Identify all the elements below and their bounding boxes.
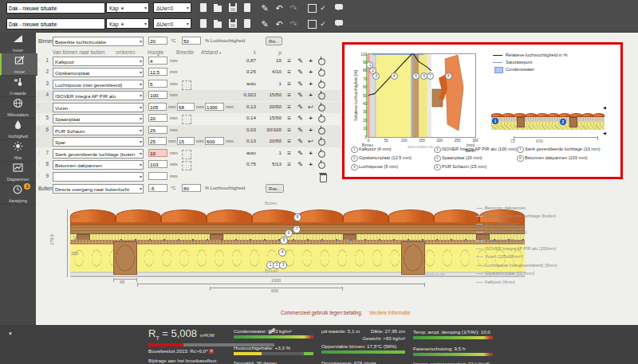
width-input[interactable] — [177, 103, 195, 111]
undo-icon[interactable]: ↶ — [274, 2, 285, 14]
binnen-condition-select[interactable]: Beperkte luchtcirculatie▾ — [53, 37, 144, 46]
material-select-empty[interactable]: ▾ — [53, 172, 144, 182]
more-info-link[interactable]: Verdere informatie — [369, 310, 410, 315]
toggle-layer-icon[interactable] — [318, 115, 325, 123]
height-input[interactable] — [148, 137, 167, 145]
height-input[interactable] — [148, 114, 167, 122]
toggle-layer-icon[interactable] — [318, 139, 325, 146]
sidebar-item-hitte[interactable]: Hitte — [0, 139, 36, 162]
toggle-layer-icon[interactable] — [318, 104, 325, 112]
height-input[interactable] — [148, 172, 167, 180]
material-menu-icon[interactable]: ≡ — [285, 114, 293, 123]
rsi-button[interactable]: Rsi... — [266, 37, 282, 45]
height-input[interactable] — [148, 126, 167, 134]
panel-arrow-icon[interactable]: ◀ — [603, 105, 606, 110]
redo-icon[interactable]: ↷ — [288, 18, 299, 29]
drag-handle[interactable]: ⋮ — [37, 103, 41, 108]
project-name-input[interactable] — [6, 2, 105, 14]
material-menu-icon[interactable]: ≡ — [285, 91, 293, 100]
toggle-layer-icon[interactable] — [318, 92, 325, 100]
delete-layer-icon[interactable] — [320, 174, 327, 182]
redo-icon[interactable]: ↷ — [288, 2, 299, 14]
binnen-temp-input[interactable] — [148, 37, 167, 45]
edit-icon[interactable]: ✎ — [259, 18, 270, 29]
edit-layer-icon[interactable]: ✎ — [296, 114, 305, 123]
toggle-layer-icon[interactable] — [318, 162, 325, 169]
toggle-layer-icon[interactable] — [318, 151, 325, 158]
du-correction-select[interactable]: ΔUw=0▾ — [153, 2, 191, 13]
accept-icon[interactable]: ✓ — [317, 18, 329, 29]
buiten-temp-input[interactable] — [148, 184, 167, 192]
sidebar-item-invoer-layers[interactable]: Invoer — [0, 53, 37, 76]
buiten-condition-select[interactable]: Directe overgang naar buitenlucht▾ — [53, 184, 144, 194]
edit-layer-icon[interactable]: ✎ — [296, 103, 305, 112]
material-select[interactable]: Sterk geventileerde luchtlage (buiten▾ — [53, 149, 144, 159]
insert-layer-icon[interactable]: + — [306, 126, 315, 135]
width-input[interactable] — [177, 137, 195, 145]
fullscreen-icon[interactable] — [306, 2, 317, 14]
panel-arrow-icon[interactable]: ◀ — [603, 131, 606, 135]
height-input[interactable] — [148, 68, 167, 76]
material-menu-icon[interactable]: ≡ — [285, 126, 293, 135]
insert-layer-icon[interactable]: + — [306, 57, 315, 65]
material-select[interactable]: PUR Schaum▾ — [53, 126, 144, 135]
project-name-input-2[interactable] — [6, 18, 105, 29]
edit-layer-icon[interactable]: ✎ — [296, 160, 305, 169]
buiten-humidity-input[interactable] — [182, 184, 201, 192]
material-select[interactable]: Spaanplaat▾ — [53, 114, 144, 123]
height-input[interactable] — [148, 160, 167, 168]
sidebar-item-aanwijzing[interactable]: 3 Aanwijzing — [0, 182, 36, 205]
material-select[interactable]: Luchtspouw (niet geventileerd)▾ — [53, 80, 144, 89]
toggle-layer-icon[interactable] — [318, 58, 325, 65]
edit-layer-icon[interactable]: ✎ — [296, 91, 305, 100]
material-select[interactable]: Vuren▾ — [53, 103, 144, 112]
height-input[interactable] — [148, 57, 167, 65]
drag-handle[interactable]: ⋮ — [37, 137, 41, 143]
material-menu-icon[interactable]: ≡ — [285, 103, 293, 112]
save-icon[interactable] — [227, 18, 238, 29]
afstand-header[interactable]: Afstand ▾ — [201, 49, 221, 55]
export-pdf-icon[interactable] — [242, 18, 253, 29]
material-menu-icon[interactable]: ≡ — [285, 57, 293, 65]
edit-layer-icon[interactable]: ✎ — [296, 57, 305, 65]
subdivide-pattern-button[interactable] — [182, 115, 191, 124]
edit-layer-icon[interactable]: ✎ — [296, 68, 305, 76]
sidebar-item-vochtigheid[interactable]: Vochtigheid — [0, 118, 36, 140]
sidebar-item-invoer-geometry[interactable]: Invoer — [0, 32, 36, 54]
open-folder-icon[interactable] — [212, 2, 223, 14]
material-menu-icon[interactable]: ≡ — [285, 137, 293, 146]
binnen-humidity-input[interactable] — [182, 37, 201, 45]
toggle-layer-icon[interactable] — [318, 69, 325, 76]
subdivide-pattern-button[interactable] — [182, 161, 191, 170]
comment-icon[interactable] — [333, 18, 345, 29]
material-select[interactable]: ISOVER Integra AP PIR alu▾ — [53, 91, 144, 100]
insert-layer-icon[interactable]: + — [306, 68, 315, 76]
component-type-select-2[interactable]: Kap ☀▾ — [106, 18, 149, 29]
edit-layer-icon[interactable]: ✎ — [296, 126, 305, 135]
sidebar-item-diagrammen[interactable]: Diagrammen — [0, 161, 36, 183]
component-type-select[interactable]: Kap ☀▾ — [106, 2, 149, 13]
distance-input[interactable] — [205, 137, 224, 145]
toggle-layer-icon[interactable] — [318, 81, 325, 88]
subdivide-pattern-button[interactable] — [182, 80, 191, 90]
edit-icon[interactable]: ✎ — [259, 2, 270, 14]
edit-layer-icon[interactable]: ✎ — [296, 149, 305, 158]
merge-layer-icon[interactable]: ↩ — [306, 137, 315, 146]
material-menu-icon[interactable]: ≡ — [285, 149, 293, 158]
insert-layer-icon[interactable]: + — [306, 160, 315, 169]
new-document-icon[interactable] — [198, 18, 209, 29]
material-select[interactable]: Betonnen dakpannen▾ — [53, 160, 144, 170]
save-icon[interactable] — [227, 2, 238, 14]
rse-button[interactable]: Rse... — [266, 184, 284, 193]
comment-icon[interactable] — [333, 2, 345, 14]
sidebar-item-milieubalans[interactable]: Milieubalans — [0, 96, 36, 119]
insert-layer-icon[interactable]: + — [306, 114, 315, 123]
height-input[interactable] — [148, 91, 167, 99]
material-menu-icon[interactable]: ≡ — [285, 160, 293, 169]
material-select[interactable]: Spar▾ — [53, 137, 144, 147]
undo-icon[interactable]: ↶ — [274, 18, 285, 29]
open-folder-icon[interactable] — [212, 18, 223, 29]
height-input[interactable] — [148, 80, 167, 88]
height-input-alert[interactable] — [148, 149, 167, 157]
edit-layer-icon[interactable]: ✎ — [296, 137, 305, 146]
